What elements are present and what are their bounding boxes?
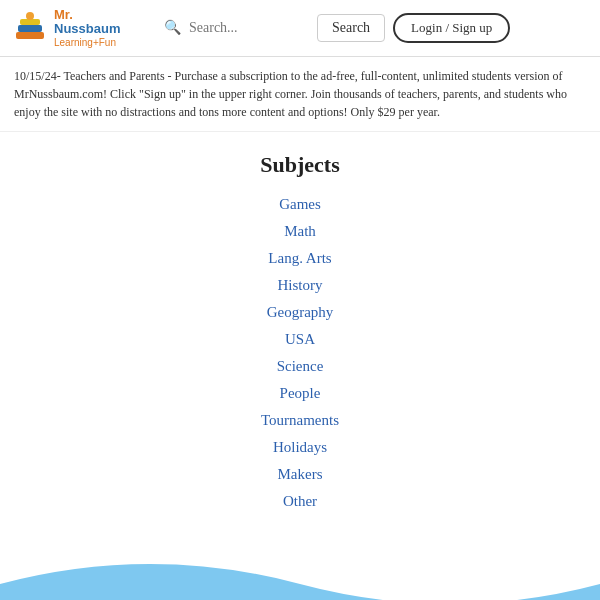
header: Mr. Nussbaum Learning+Fun 🔍 Search Login… [0, 0, 600, 57]
subject-item[interactable]: USA [285, 327, 315, 352]
notice-text: 10/15/24- Teachers and Parents - Purchas… [14, 69, 567, 119]
subjects-title: Subjects [0, 152, 600, 178]
logo: Mr. Nussbaum Learning+Fun [12, 8, 152, 48]
subjects-section: Subjects GamesMathLang. ArtsHistoryGeogr… [0, 132, 600, 524]
subjects-list: GamesMathLang. ArtsHistoryGeographyUSASc… [0, 192, 600, 514]
subject-item[interactable]: Tournaments [261, 408, 339, 433]
svg-rect-1 [18, 25, 42, 32]
search-input[interactable] [189, 20, 309, 36]
subject-item[interactable]: Makers [278, 462, 323, 487]
search-area: 🔍 Search Login / Sign up [164, 13, 588, 43]
subject-item[interactable]: Lang. Arts [268, 246, 331, 271]
logo-tagline: Learning+Fun [54, 37, 120, 48]
main-content: ⌃ Subjects GamesMathLang. ArtsHistoryGeo… [0, 132, 600, 600]
logo-name: Nussbaum [54, 22, 120, 36]
subject-item[interactable]: Holidays [273, 435, 327, 460]
subject-item[interactable]: People [280, 381, 321, 406]
subject-item[interactable]: History [278, 273, 323, 298]
logo-mr: Mr. [54, 8, 120, 22]
subject-item[interactable]: Other [283, 489, 317, 514]
subject-item[interactable]: Geography [267, 300, 334, 325]
search-button[interactable]: Search [317, 14, 385, 42]
wave-svg [0, 544, 600, 600]
login-button[interactable]: Login / Sign up [393, 13, 510, 43]
wave-section [0, 534, 600, 600]
search-icon: 🔍 [164, 19, 181, 36]
notice-bar: 10/15/24- Teachers and Parents - Purchas… [0, 57, 600, 132]
subject-item[interactable]: Science [277, 354, 324, 379]
logo-text: Mr. Nussbaum Learning+Fun [54, 8, 120, 48]
logo-icon [12, 10, 48, 46]
svg-rect-0 [16, 32, 44, 39]
subject-item[interactable]: Math [284, 219, 316, 244]
svg-point-3 [26, 12, 34, 20]
subject-item[interactable]: Games [279, 192, 321, 217]
